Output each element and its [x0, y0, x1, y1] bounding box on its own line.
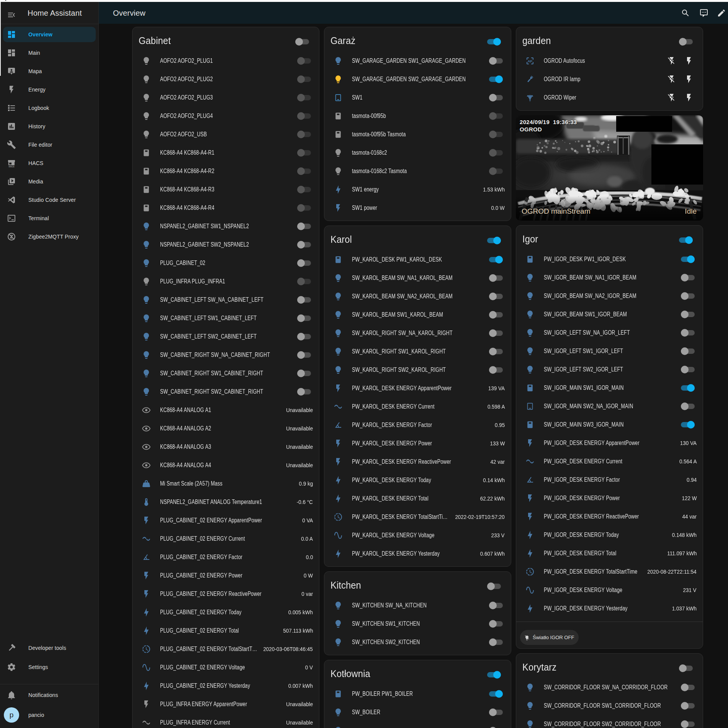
svg-text:AF: AF	[528, 59, 533, 63]
svg-text:HACS: HACS	[9, 165, 15, 168]
